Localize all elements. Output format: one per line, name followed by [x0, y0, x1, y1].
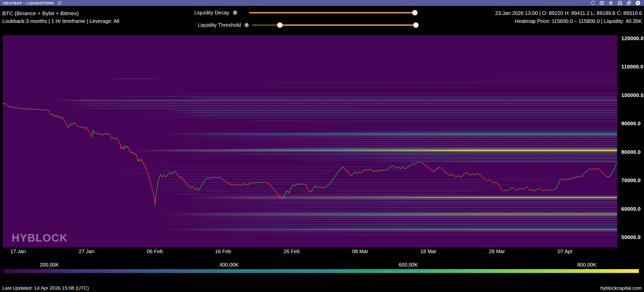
liquidity-threshold-slider[interactable]	[252, 24, 417, 26]
chart-canvas[interactable]: HYBLOCK	[3, 35, 617, 247]
x-axis-label: 07 Apr	[550, 249, 581, 254]
save-icon[interactable]	[617, 1, 622, 5]
page-title: HEATMAP – LIQUIDATIONS	[3, 1, 54, 5]
help-icon[interactable]: ?	[233, 11, 237, 15]
website-link[interactable]: hyblockcapital.com	[600, 285, 642, 291]
close-icon[interactable]	[635, 1, 640, 5]
title-bar: HEATMAP – LIQUIDATIONS	[0, 0, 644, 6]
instrument-info: BTC (Binance + Bybit + Bitmex) Lookback:…	[2, 9, 119, 25]
x-axis-label: 27 Jan	[71, 249, 102, 254]
liquidity-decay-row: Liquidity Decay ?	[180, 9, 416, 16]
y-axis-label: 120000.0	[621, 36, 644, 41]
liquidity-decay-slider[interactable]	[249, 12, 416, 13]
x-axis-label: 08 Mar	[345, 249, 376, 254]
last-updated-text: Last Updated: 14 Apr 2026 15:08 (UTC)	[2, 285, 89, 291]
settings-icon[interactable]	[608, 1, 613, 5]
adjustments-icon[interactable]	[57, 1, 62, 5]
help-icon[interactable]: ?	[244, 23, 249, 27]
y-axis-label: 50000.0	[621, 234, 641, 240]
y-axis-label: 60000.0	[621, 206, 641, 212]
colorbar-gradient	[4, 269, 639, 273]
app-window: HEATMAP – LIQUIDATIONS	[0, 0, 644, 292]
x-axis-label: 17 Jan	[3, 249, 33, 254]
x-axis-label: 28 Mar	[481, 249, 512, 254]
watermark: HYBLOCK	[12, 232, 68, 244]
layers-icon[interactable]	[626, 1, 631, 5]
hover-readout: 23 Jan 2026 13:00 | O: 89220 H: 89411.2 …	[495, 9, 642, 25]
y-axis-label: 90000.0	[621, 121, 641, 127]
y-axis-label: 70000.0	[621, 178, 641, 183]
price-line	[3, 35, 617, 247]
slider-handle[interactable]	[413, 22, 419, 28]
instrument-title: BTC (Binance + Bybit + Bitmex)	[2, 9, 119, 17]
liquidity-threshold-row: Liquidity Threshold ?	[180, 22, 417, 28]
y-axis-label: 110000.0	[621, 64, 643, 70]
y-axis-label: 100000.0	[621, 92, 644, 98]
colorbar-tick	[408, 267, 409, 269]
colorbar-tick	[229, 267, 230, 269]
heatmap-readout: Heatmap Price: 115600.0 – 115800.0 | Liq…	[495, 17, 642, 25]
slider-handle[interactable]	[277, 22, 283, 28]
x-axis-label: 18 Mar	[413, 249, 444, 254]
y-axis-label: 80000.0	[621, 149, 641, 155]
x-axis-label: 06 Feb	[139, 249, 170, 254]
colorbar-tick	[587, 267, 587, 269]
screenshot-icon[interactable]	[599, 1, 604, 5]
liquidity-decay-label: Liquidity Decay	[180, 10, 229, 16]
titlebar-actions	[590, 1, 641, 5]
x-axis-label: 26 Feb	[276, 249, 307, 254]
slider-handle[interactable]	[412, 10, 418, 15]
x-axis-label: 16 Feb	[208, 249, 239, 254]
ohlc-readout: 23 Jan 2026 13:00 | O: 89220 H: 89411.2 …	[495, 9, 642, 17]
colorbar-tick	[49, 267, 50, 269]
liquidity-threshold-label: Liquidity Threshold	[180, 22, 241, 28]
lookback-settings: Lookback:3 months | 1 Hr timeframe | Lev…	[2, 17, 119, 25]
refresh-icon[interactable]	[590, 1, 595, 5]
